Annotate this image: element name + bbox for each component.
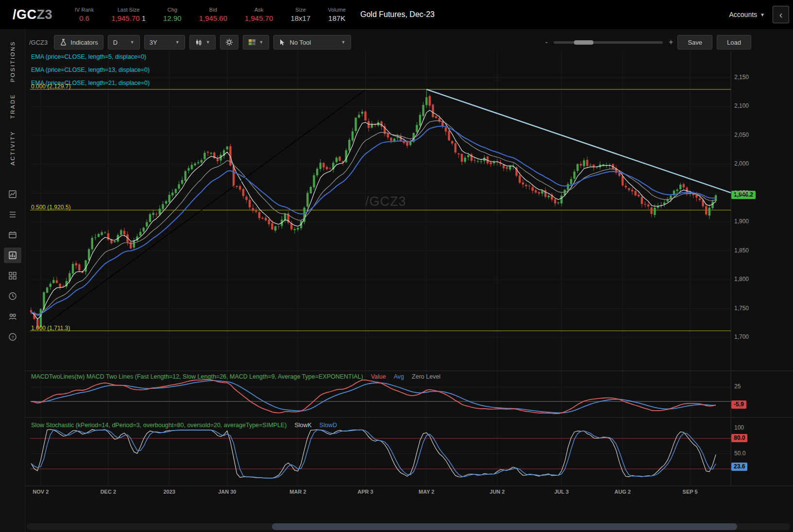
quote-stat-size: Size18x17 [290,7,310,22]
left-sidebar: POSITIONS TRADE ACTIVITY ? [0,29,25,532]
stat-label: Size [295,7,305,13]
save-button[interactable]: Save [677,35,712,50]
stat-label: Last Size [118,7,139,13]
price-axis-label: 1,850 [734,247,749,254]
quote-stat-chg: Chg12.90 [163,7,182,22]
collapse-panel-button[interactable]: ‹ [773,6,789,23]
time-axis-label: JAN 30 [212,489,243,495]
scrollbar-handle[interactable] [272,523,737,530]
header-stats: IV Rank0.6Last Size1,945.70 1Chg12.90Bid… [75,7,346,22]
tool-value: No Tool [290,39,311,46]
zoom-out-button[interactable]: - [545,38,548,47]
price-axis-label: 2,050 [734,132,749,138]
calendar-icon[interactable] [4,227,21,243]
gear-icon [225,38,233,46]
indicators-label: Indicators [70,39,98,46]
stat-value: 1,945.70 [245,14,273,22]
chart-toolbar: /GCZ3 Indicators D▼ 3Y▼ ▼ ▼ No Tool ▼ - … [29,34,789,50]
chevron-down-icon: ▼ [341,40,346,45]
indicators-button[interactable]: Indicators [54,35,103,50]
macd-legend-zero: Zero Level [412,373,440,380]
sidebar-tab-positions[interactable]: POSITIONS [10,41,16,82]
cursor-icon [279,39,286,46]
quote-stat-last-size: Last Size1,945.70 1 [111,7,146,22]
fib-50-label: 0.500 (1,920.5) [31,204,70,211]
chart-settings-button[interactable] [220,35,238,50]
macd-panel-title: MACDTwoLines(tw) MACD Two Lines (Fast Le… [31,373,440,380]
fib-0-label: 0.000 (2,129.7) [31,83,70,90]
layout-grid-icon [248,39,256,46]
chevron-down-icon: ▼ [760,12,765,17]
price-axis-label: 1,800 [734,276,749,283]
help-icon[interactable]: ? [4,329,21,345]
active-chart-icon[interactable] [4,248,21,263]
flask-icon [59,38,67,46]
accounts-dropdown[interactable]: Accounts ▼ [729,11,765,18]
community-icon[interactable] [4,309,21,324]
sidebar-tab-activity[interactable]: ACTIVITY [10,131,16,166]
price-axis-label: 1,700 [734,333,749,340]
chevron-left-icon: ‹ [779,9,783,20]
drawing-tool-dropdown[interactable]: No Tool ▼ [273,35,351,50]
stoch-value-badge: 23.6 [731,463,747,471]
time-axis-label: NOV 2 [25,489,56,495]
symbol-title: /GCZ3 [13,7,52,22]
price-axis-label: 1,900 [734,218,749,225]
chevron-down-icon: ▼ [206,40,210,45]
period-dropdown[interactable]: D▼ [108,35,140,50]
time-axis-label: DEC 2 [93,489,124,495]
zoom-in-button[interactable]: + [669,38,673,47]
time-axis-label: JUN 2 [482,489,513,495]
quote-stat-bid: Bid1,945.60 [199,7,227,22]
stat-label: Chg [168,7,177,13]
chevron-down-icon: ▼ [175,40,180,45]
price-axis-label: 2,000 [734,160,749,167]
load-button[interactable]: Load [717,35,751,50]
macd-axis-label: 25 [734,383,741,390]
stat-label: Volume [328,7,346,13]
chart-watermark: /GCZ3 [365,194,406,209]
chart-style-dropdown[interactable]: ▼ [189,35,216,50]
price-axis-label: 1,950 [734,189,749,196]
stoch-panel-title: Slow Stochastic (kPeriod=14, dPeriod=3, … [31,422,337,429]
ema13-label: EMA (price=CLOSE, length=13, displace=0) [31,66,150,73]
price-axis-label: 2,100 [734,102,749,109]
chart-background [25,29,793,532]
chevron-down-icon: ▼ [259,40,264,45]
price-axis-label: 2,150 [734,74,749,81]
symbol-month-code: Z3 [37,7,53,22]
zoom-slider[interactable] [554,41,663,44]
time-axis-label: MAY 2 [411,489,442,495]
header-right: Accounts ▼ ‹ [729,6,790,23]
zoom-slider-handle[interactable] [574,40,593,45]
grid-apps-icon[interactable] [4,268,21,283]
time-axis-label: JUL 3 [546,489,577,495]
stoch-axis-label: 50.0 [734,450,745,457]
time-axis-label: SEP 5 [675,489,706,495]
watchlist-icon[interactable] [4,207,21,222]
range-value: 3Y [150,39,157,46]
stat-value: 187K [328,14,345,22]
macd-legend-avg: Avg [394,373,404,380]
sidebar-tab-trade[interactable]: TRADE [10,94,16,118]
stoch-overbought-badge: 80.0 [731,434,747,442]
toolbar-symbol-label: /GCZ3 [29,39,48,46]
chevron-down-icon: ▼ [130,40,135,45]
period-value: D [113,39,118,46]
macd-title-text: MACDTwoLines(tw) MACD Two Lines (Fast Le… [31,373,363,380]
range-dropdown[interactable]: 3Y▼ [144,35,185,50]
history-clock-icon[interactable] [4,288,21,304]
ema5-label: EMA (price=CLOSE, length=5, displace=0) [31,53,146,60]
layout-dropdown[interactable]: ▼ [243,35,269,50]
instrument-description: Gold Futures, Dec-23 [360,10,435,19]
stat-value: 12.90 [163,14,182,22]
symbol-root: /GC [13,7,37,22]
stat-label: Ask [254,7,263,13]
stat-label: Bid [209,7,217,13]
chart-note-icon[interactable] [4,186,21,202]
stoch-legend-k: SlowK [294,422,311,429]
stoch-legend-d: SlowD [320,422,337,429]
time-axis-label: 2023 [154,489,185,495]
chart-scrollbar[interactable] [27,523,790,530]
zoom-control: - + [545,38,674,47]
